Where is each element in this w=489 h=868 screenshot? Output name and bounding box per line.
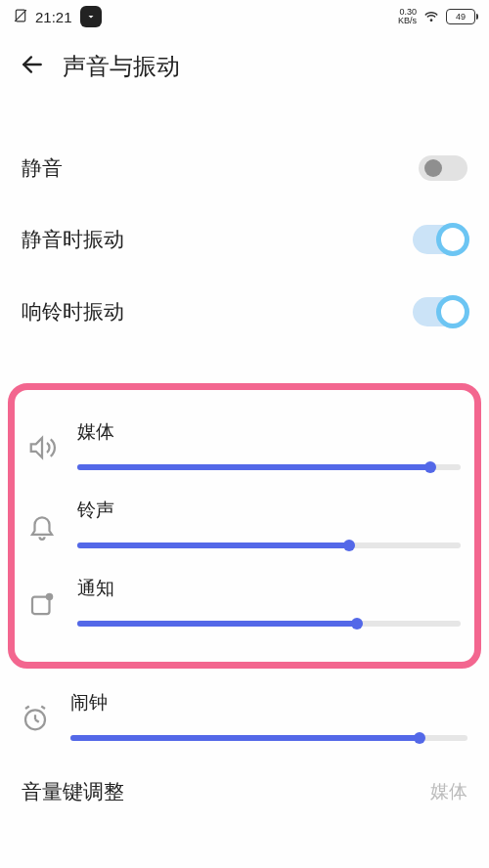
slider-thumb[interactable] — [414, 732, 425, 744]
media-label: 媒体 — [77, 419, 461, 445]
alarm-label: 闹钟 — [70, 690, 467, 716]
battery-icon: 49 — [446, 9, 475, 24]
slider-thumb[interactable] — [424, 461, 436, 473]
status-right: 0.30 KB/s 49 — [398, 7, 475, 26]
vibrate-ring-toggle[interactable] — [413, 297, 467, 326]
dropdown-icon — [80, 6, 102, 27]
ringtone-slider[interactable] — [77, 542, 461, 548]
svg-line-8 — [35, 719, 39, 722]
alarm-clock-icon — [18, 704, 53, 733]
slider-fill — [77, 542, 349, 548]
svg-marker-3 — [31, 438, 42, 457]
alarm-slider[interactable] — [70, 735, 467, 741]
vibrate-silent-toggle[interactable] — [413, 225, 467, 254]
vibrate-silent-label: 静音时振动 — [22, 226, 124, 253]
vibrate-silent-row[interactable]: 静音时振动 — [22, 203, 467, 276]
status-left: 21:21 — [14, 6, 102, 27]
ringtone-label: 铃声 — [77, 498, 461, 523]
silent-toggle[interactable] — [419, 155, 467, 181]
toggle-ring — [436, 295, 469, 328]
ringtone-slider-content: 铃声 — [77, 498, 461, 548]
alarm-slider-row: 闹钟 — [18, 676, 467, 755]
slider-fill — [77, 621, 357, 627]
slider-thumb[interactable] — [351, 618, 363, 629]
status-bar: 21:21 0.30 KB/s 49 — [0, 0, 489, 29]
media-slider-row: 媒体 — [24, 406, 461, 484]
toggle-thumb — [424, 159, 442, 177]
alarm-slider-content: 闹钟 — [70, 690, 467, 741]
status-time: 21:21 — [35, 9, 72, 25]
slider-fill — [77, 464, 430, 470]
net-speed: 0.30 KB/s — [398, 8, 417, 25]
notification-icon — [24, 589, 60, 619]
back-arrow-icon[interactable] — [20, 52, 45, 81]
notification-slider[interactable] — [77, 621, 461, 627]
notification-label: 通知 — [77, 576, 461, 601]
speaker-icon — [24, 433, 60, 462]
wifi-icon — [422, 7, 440, 26]
volume-key-value: 媒体 — [430, 779, 467, 804]
highlight-frame: 媒体 铃声 通知 — [8, 383, 481, 669]
notification-slider-row: 通知 — [24, 562, 461, 640]
media-slider-content: 媒体 — [77, 419, 461, 470]
slider-fill — [70, 735, 420, 741]
silent-row[interactable]: 静音 — [22, 133, 467, 203]
bell-icon — [24, 511, 60, 541]
media-slider[interactable] — [77, 464, 461, 470]
no-sim-icon — [14, 9, 27, 25]
notification-slider-content: 通知 — [77, 576, 461, 627]
volume-key-row[interactable]: 音量键调整 媒体 — [0, 755, 489, 805]
vibrate-ring-row[interactable]: 响铃时振动 — [22, 276, 467, 348]
page-header: 声音与振动 — [0, 29, 489, 100]
vibrate-ring-label: 响铃时振动 — [22, 298, 124, 326]
page-title: 声音与振动 — [63, 51, 180, 82]
toggle-ring — [436, 223, 469, 256]
svg-line-10 — [41, 707, 45, 710]
volume-key-label: 音量键调整 — [22, 778, 124, 805]
silent-label: 静音 — [22, 154, 63, 182]
slider-thumb[interactable] — [343, 540, 355, 551]
toggle-section: 静音 静音时振动 响铃时振动 — [0, 100, 489, 348]
svg-point-5 — [46, 593, 54, 601]
svg-line-9 — [25, 707, 29, 710]
ringtone-slider-row: 铃声 — [24, 484, 461, 562]
alarm-section: 闹钟 — [0, 669, 489, 755]
